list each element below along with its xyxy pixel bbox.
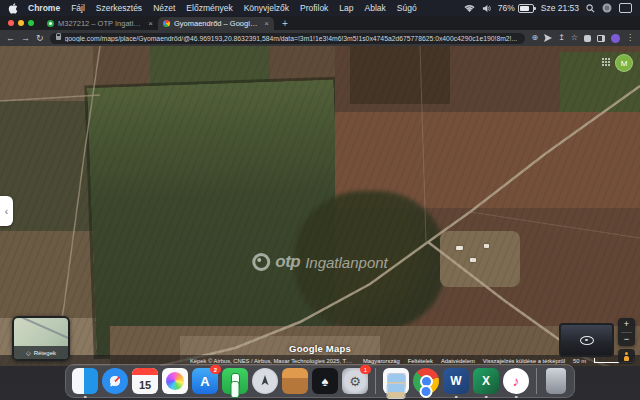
satellite-map[interactable]: ‹ M otp Ingatlanpont ◇ Rétegek Google Ma… <box>0 46 640 366</box>
calendar-icon[interactable]: 15 <box>132 368 158 394</box>
menu-item-chrome[interactable]: Chrome <box>28 3 60 13</box>
field-boundary <box>420 46 426 242</box>
close-tab-icon[interactable]: × <box>264 19 269 28</box>
menu-bar: Chrome Fájl Szerkesztés Nézet Előzmények… <box>0 0 640 16</box>
menu-item-window[interactable]: Ablak <box>365 3 386 13</box>
volume-icon[interactable] <box>482 4 491 13</box>
system-settings-icon[interactable]: ⚙ 1 <box>342 368 368 394</box>
share-icon[interactable] <box>544 34 552 42</box>
desktop: Chrome Fájl Szerkesztés Nézet Előzmények… <box>0 0 640 400</box>
feedback-link[interactable]: Visszajelzés küldése a térképről <box>483 358 565 364</box>
road-line <box>0 95 100 101</box>
menu-item-profiles[interactable]: Profilok <box>300 3 328 13</box>
otp-watermark: otp Ingatlanpont <box>252 252 388 272</box>
green-app-icon[interactable] <box>222 368 248 394</box>
wifi-icon[interactable] <box>464 4 475 13</box>
spade-app-icon[interactable]: ♠ <box>312 368 338 394</box>
control-center-icon[interactable] <box>619 3 632 13</box>
minimize-window-button[interactable] <box>18 20 24 26</box>
tab-title: M327212 – OTP Ingatlanpont <box>58 19 144 28</box>
spade-glyph: ♠ <box>322 374 329 389</box>
back-button[interactable]: ← <box>6 34 15 43</box>
maximize-window-button[interactable] <box>28 20 34 26</box>
reload-button[interactable]: ↻ <box>36 34 44 43</box>
map-layers-toggle[interactable]: ◇ Rétegek <box>12 316 70 361</box>
otp-logo-icon <box>252 253 270 271</box>
new-tab-button[interactable]: + <box>274 18 296 30</box>
word-glyph: W <box>450 374 461 388</box>
bookmark-star-icon[interactable]: ☆ <box>571 34 578 42</box>
siri-icon[interactable] <box>602 3 612 13</box>
street-view-thumbnail[interactable] <box>559 323 614 357</box>
chevron-left-icon: ‹ <box>5 206 8 217</box>
gear-icon: ⚙ <box>349 374 361 389</box>
safari-icon[interactable] <box>102 368 128 394</box>
browser-profile-avatar[interactable] <box>611 34 620 43</box>
close-window-button[interactable] <box>8 20 14 26</box>
url-text: google.com/maps/place/Gyomaendrőd/@46.96… <box>65 35 518 42</box>
apple-menu-icon[interactable] <box>8 3 18 14</box>
imagery-attribution: Képek © Airbus, CNES / Airbus, Maxar Tec… <box>190 358 355 364</box>
excel-icon[interactable]: X <box>473 368 499 394</box>
window-controls <box>0 20 42 30</box>
side-panel-collapse-button[interactable]: ‹ <box>0 196 13 226</box>
menu-item-history[interactable]: Előzmények <box>186 3 232 13</box>
menu-item-tab[interactable]: Lap <box>339 3 353 13</box>
tab-google-maps[interactable]: Gyomaendrőd – Google Térkép × <box>158 17 274 30</box>
launchpad-icon[interactable] <box>252 368 278 394</box>
music-icon[interactable]: ♪ <box>503 368 529 394</box>
app-store-icon[interactable]: A 2 <box>192 368 218 394</box>
box-app-icon[interactable] <box>282 368 308 394</box>
privacy-link[interactable]: Adatvédelem <box>441 358 475 364</box>
trash-icon[interactable] <box>546 368 566 394</box>
photos-icon[interactable] <box>162 368 188 394</box>
menu-item-view[interactable]: Nézet <box>153 3 175 13</box>
google-apps-grid-icon[interactable] <box>602 58 610 66</box>
zoom-in-button[interactable]: + <box>618 318 635 332</box>
forward-button[interactable]: → <box>21 34 30 43</box>
road-network <box>0 46 640 366</box>
calendar-day: 15 <box>139 375 151 394</box>
music-note-glyph: ♪ <box>513 373 520 389</box>
field-boundary <box>470 212 640 238</box>
menu-item-file[interactable]: Fájl <box>71 3 85 13</box>
close-tab-icon[interactable]: × <box>148 19 153 28</box>
zoom-out-button[interactable]: − <box>618 333 635 347</box>
chrome-window: M327212 – OTP Ingatlanpont × Gyomaendrőd… <box>0 16 640 366</box>
layers-icon: ◇ <box>26 349 31 356</box>
battery-indicator[interactable]: 76% <box>498 3 534 13</box>
address-bar[interactable]: google.com/maps/place/Gyomaendrőd/@46.96… <box>50 33 526 44</box>
menu-item-help[interactable]: Súgó <box>397 3 417 13</box>
terms-link[interactable]: Feltételek <box>408 358 433 364</box>
upload-icon[interactable]: ↥ <box>558 34 565 42</box>
spotlight-search-icon[interactable] <box>586 4 595 13</box>
app-store-glyph: A <box>200 374 209 389</box>
watermark-ingatlanpont: Ingatlanpont <box>305 254 388 271</box>
google-maps-favicon <box>163 20 170 27</box>
finder-icon[interactable] <box>72 368 98 394</box>
pegman-button[interactable] <box>618 349 635 364</box>
menu-bar-clock[interactable]: Sze 21:53 <box>541 3 579 13</box>
country-label: Magyarország <box>363 358 400 364</box>
side-panel-icon[interactable] <box>597 35 605 42</box>
tab-title: Gyomaendrőd – Google Térkép <box>174 19 260 28</box>
dock-separator <box>536 368 537 394</box>
scale-label: 50 m <box>573 358 586 364</box>
globe-icon[interactable]: ⊕ <box>531 34 538 42</box>
watermark-otp: otp <box>275 252 300 272</box>
more-menu-icon[interactable]: ⋮ <box>626 34 634 42</box>
browser-toolbar: ← → ↻ google.com/maps/place/Gyomaendrőd/… <box>0 30 640 46</box>
zoom-control: + − <box>618 318 635 346</box>
preview-icon[interactable] <box>383 368 409 394</box>
battery-percent: 76% <box>498 3 515 13</box>
chrome-icon[interactable] <box>413 368 439 394</box>
word-icon[interactable]: W <box>443 368 469 394</box>
extensions-icon[interactable] <box>584 35 591 42</box>
menu-item-bookmarks[interactable]: Könyvjelzők <box>244 3 289 13</box>
otp-favicon <box>47 20 54 27</box>
menu-item-edit[interactable]: Szerkesztés <box>96 3 142 13</box>
account-avatar[interactable]: M <box>615 54 633 72</box>
app-store-badge: 2 <box>210 365 221 374</box>
tab-otp-ingatlanpont[interactable]: M327212 – OTP Ingatlanpont × <box>42 17 158 30</box>
battery-icon <box>518 4 534 13</box>
